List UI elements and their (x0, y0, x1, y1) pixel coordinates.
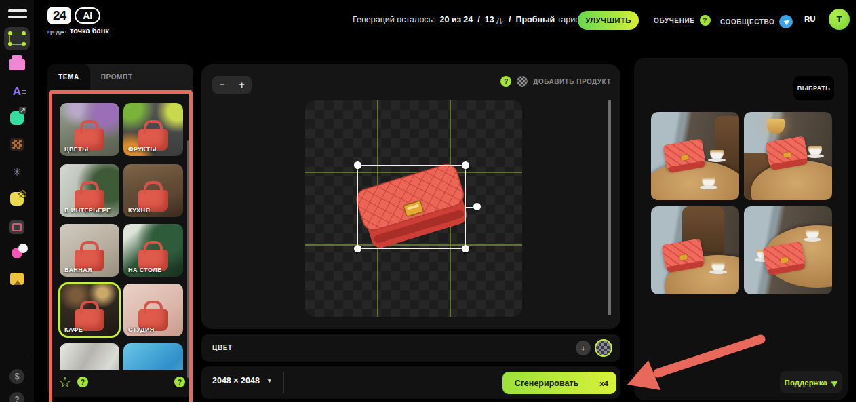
result-image-2[interactable] (744, 112, 832, 200)
resize-handle-right[interactable] (473, 203, 481, 210)
help-question-icon: ? (9, 392, 24, 402)
selection-frame-icon (9, 33, 24, 45)
size-select[interactable]: 2048 × 2048 ▾ (212, 376, 271, 385)
coffee-cup (804, 229, 821, 242)
training-link[interactable]: ОБУЧЕНИЕ ? (654, 15, 711, 26)
add-product-control: ? ДОБАВИТЬ ПРОДУКТ (500, 76, 611, 87)
background-hatch-icon (10, 192, 24, 206)
theme-label: ФРУКТЫ (128, 146, 157, 153)
question-icon[interactable]: ? (500, 76, 511, 87)
telegram-icon: ▶ (779, 15, 793, 28)
theme-label: НА СТОЛЕ (128, 267, 161, 273)
sidebar-tool-gallery[interactable] (4, 216, 30, 239)
plan-name: Пробный (515, 15, 555, 24)
sidebar-tool-text[interactable]: A (4, 80, 30, 103)
divider (283, 372, 284, 393)
community-label: СООБЩЕСТВО (720, 18, 774, 26)
product-hat-icon (9, 59, 25, 70)
zoom-out-button[interactable]: − (212, 76, 232, 94)
resize-handle-top-left[interactable] (354, 161, 361, 169)
theme-card-studio[interactable]: СТУДИЯ (123, 284, 183, 336)
themes-panel: ТЕМА ПРОМПТ ЦВЕТЫ ФРУКТЫ В ИНТЕРЬЕРЕ КУХ… (47, 64, 193, 397)
transparent-color-swatch[interactable] (595, 339, 612, 357)
generations-label: Генераций осталось: (353, 15, 435, 24)
selection-box[interactable] (357, 165, 466, 249)
generations-counter: Генераций осталось: 20 из 24 / 13 д. / П… (353, 15, 583, 24)
zoom-in-button[interactable]: + (232, 76, 252, 94)
theme-card-cafe[interactable]: КАФЕ (60, 284, 119, 336)
sidebar-tool-upscale[interactable] (4, 107, 30, 130)
slash: / (477, 15, 479, 24)
resize-handle-bottom-left[interactable] (354, 245, 361, 252)
color-label: ЦВЕТ (212, 344, 233, 351)
question-icon[interactable]: ? (77, 377, 88, 387)
face-swap-icon (12, 248, 22, 258)
upscale-icon (10, 111, 24, 125)
community-link[interactable]: СООБЩЕСТВО ▶ (720, 15, 793, 28)
themes-footer: ☆ ? ? (47, 370, 193, 397)
pattern-grid-icon (10, 138, 24, 151)
theme-card-bathroom[interactable]: ВАННАЯ (60, 224, 119, 277)
theme-card-kitchen[interactable]: КУХНЯ (123, 164, 183, 217)
sparkle-icon: ✳ (12, 166, 21, 178)
add-color-button[interactable]: + (576, 341, 591, 355)
generations-count: 20 из 24 (440, 15, 473, 24)
theme-card-on-table[interactable]: НА СТОЛЕ (123, 224, 183, 277)
wallet (663, 138, 705, 170)
sidebar-tool-enhance[interactable]: ✳ (4, 160, 30, 183)
generate-button[interactable]: Сгенерировать x4 (502, 372, 616, 394)
generate-bar: 2048 × 2048 ▾ Сгенерировать x4 (201, 366, 620, 399)
result-image-3[interactable] (651, 206, 739, 294)
sidebar-tool-background[interactable] (4, 187, 30, 210)
result-image-1[interactable] (651, 112, 739, 200)
resize-handle-top-right[interactable] (462, 161, 469, 169)
tab-prompt[interactable]: ПРОМПТ (90, 64, 144, 90)
resize-handle-bottom-right[interactable] (462, 245, 469, 252)
theme-card-flowers[interactable]: ЦВЕТЫ (60, 103, 119, 156)
editing-canvas[interactable] (305, 100, 522, 317)
result-image-4[interactable] (744, 206, 832, 294)
sidebar-billing[interactable]: $ (4, 365, 30, 388)
theme-label: В ИНТЕРЬЕРЕ (64, 207, 111, 214)
tool-rail: A ✳ $ ? (0, 0, 34, 402)
slash: / (509, 15, 511, 24)
locale-switcher[interactable]: RU (804, 15, 816, 23)
send-icon: ▶ (830, 377, 840, 388)
sidebar-help[interactable]: ? (4, 388, 30, 402)
logo-24: 24 (47, 7, 71, 24)
photo-icon (10, 273, 24, 285)
billing-dollar-icon: $ (9, 369, 24, 384)
coffee-cup (708, 150, 726, 162)
theme-card-interior[interactable]: В ИНТЕРЬЕРЕ (60, 164, 119, 217)
wallet (661, 238, 704, 269)
sidebar-tool-face[interactable] (4, 242, 30, 265)
theme-list-scrollbar[interactable] (187, 140, 189, 378)
add-product-button[interactable]: ДОБАВИТЬ ПРОДУКТ (533, 78, 611, 85)
transparency-icon (517, 76, 528, 87)
select-button[interactable]: ВЫБРАТЬ (793, 76, 834, 100)
menu-icon[interactable] (8, 8, 27, 20)
zoom-control: − + (212, 76, 252, 94)
question-icon[interactable]: ? (174, 377, 185, 387)
theme-card-fruits[interactable]: ФРУКТЫ (123, 103, 183, 156)
sidebar-tool-photo[interactable] (4, 267, 30, 290)
text-tool-icon: A (13, 85, 21, 98)
wallet (765, 136, 808, 167)
theme-label: ВАННАЯ (64, 267, 92, 273)
question-icon: ? (700, 15, 711, 26)
tab-theme[interactable]: ТЕМА (47, 64, 90, 90)
theme-label: КУХНЯ (128, 207, 150, 214)
support-button[interactable]: Поддержка ▶ (780, 371, 842, 393)
sidebar-tool-generate[interactable] (4, 27, 30, 50)
gallery-icon (9, 220, 24, 234)
upgrade-button[interactable]: УЛУЧШИТЬ (578, 11, 639, 30)
avatar[interactable]: T (829, 9, 850, 30)
themes-tabs: ТЕМА ПРОМПТ (47, 64, 193, 90)
sidebar-tool-pattern[interactable] (4, 133, 30, 156)
size-value: 2048 × 2048 (212, 376, 260, 385)
days-value: 13 (485, 15, 494, 24)
canvas-scrollbar[interactable] (608, 100, 611, 315)
sidebar-tool-product[interactable] (4, 53, 30, 76)
days-unit: д. (496, 15, 504, 24)
favorite-star-icon[interactable]: ☆ (58, 374, 72, 391)
